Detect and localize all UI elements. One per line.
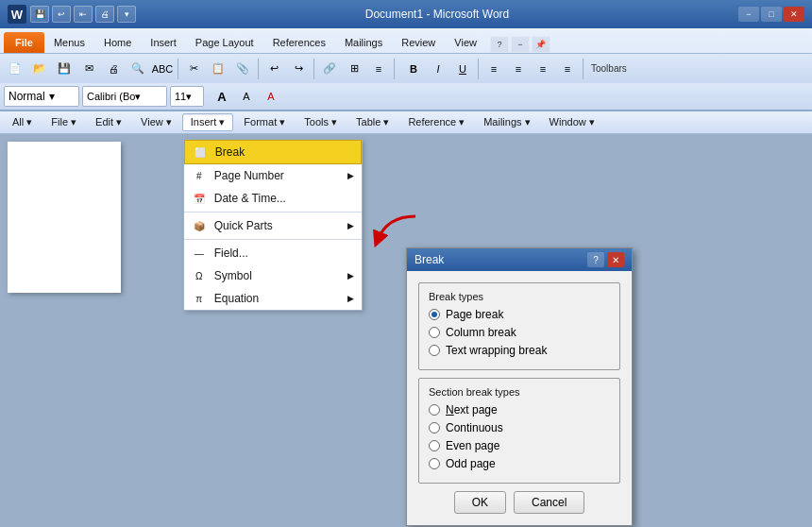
ribbon-pin-btn[interactable]: 📌 (532, 36, 550, 53)
save-qat-btn[interactable]: 💾 (30, 6, 49, 23)
style-dropdown[interactable]: Normal ▾ (4, 86, 79, 107)
menu-item-page-number[interactable]: # Page Number ▶ (184, 164, 362, 187)
title-bar-left: W 💾 ↩ ⇤ 🖨 ▾ (8, 5, 136, 24)
underline-btn[interactable]: U (451, 58, 474, 80)
tab-home[interactable]: Home (94, 32, 141, 53)
radio-page-break[interactable]: Page break (429, 308, 610, 321)
align-right-btn[interactable]: ≡ (532, 58, 554, 80)
align-center-btn[interactable]: ≡ (507, 58, 530, 80)
link-btn[interactable]: 🔗 (318, 58, 341, 80)
section-break-types-label: Section break types (429, 386, 610, 398)
ribbon: File Menus Home Insert Page Layout Refer… (0, 28, 812, 111)
tab-mailings[interactable]: Mailings (335, 32, 392, 53)
tab-references[interactable]: References (263, 32, 335, 53)
radio-column-break[interactable]: Column break (429, 326, 610, 339)
save-btn[interactable]: 💾 (53, 58, 76, 80)
menus-bar: All ▾ File ▾ Edit ▾ View ▾ Insert ▾ ⬜ Br… (0, 111, 812, 134)
date-time-icon: 📅 (192, 191, 207, 206)
tab-view[interactable]: View (445, 32, 486, 53)
tab-menus[interactable]: Menus (44, 32, 94, 53)
menu-all[interactable]: All ▾ (4, 113, 41, 131)
sep1 (178, 59, 178, 79)
menu-window[interactable]: Window ▾ (541, 113, 603, 131)
cut-btn[interactable]: ✂ (182, 58, 205, 80)
menu-item-field[interactable]: — Field... (184, 242, 362, 264)
font-dropdown[interactable]: Calibri (Bo ▾ (82, 86, 167, 107)
undo-btn[interactable]: ↩ (262, 58, 285, 80)
menu-item-quick-parts[interactable]: 📦 Quick Parts ▶ (184, 214, 362, 237)
date-time-label: Date & Time... (214, 192, 286, 205)
size-value: 11 (175, 91, 186, 102)
radio-text-wrapping-break[interactable]: Text wrapping break (429, 344, 610, 357)
print-qat-btn[interactable]: 🖨 (95, 6, 114, 23)
dialog-close-button[interactable]: ✕ (607, 252, 624, 267)
symbol-icon: Ω (192, 268, 207, 283)
undo-qat-btn[interactable]: ↩ (52, 6, 71, 23)
minimize-button[interactable]: − (738, 7, 759, 22)
menu-item-symbol[interactable]: Ω Symbol ▶ (184, 264, 362, 287)
document-page (8, 142, 121, 293)
maximize-button[interactable]: □ (761, 7, 782, 22)
break-dialog: Break ? ✕ Break types Page break Column … (406, 247, 633, 526)
menu-item-equation[interactable]: π Equation ▶ (184, 287, 362, 310)
spell-btn[interactable]: ABC (151, 58, 174, 80)
paste-btn[interactable]: 📎 (231, 58, 254, 80)
radio-continuous-circle (429, 422, 440, 434)
align-left-btn[interactable]: ≡ (482, 58, 505, 80)
menu-view[interactable]: View ▾ (132, 113, 180, 131)
dropdown-qat-btn[interactable]: ▾ (117, 6, 136, 23)
radio-odd-page-circle (429, 458, 440, 469)
menu-edit[interactable]: Edit ▾ (87, 113, 130, 131)
field-label: Field... (214, 246, 248, 260)
ok-button[interactable]: OK (454, 491, 506, 514)
radio-odd-page[interactable]: Odd page (429, 457, 610, 470)
menu-sep-1 (184, 212, 362, 212)
radio-next-page[interactable]: Next page (429, 403, 610, 416)
menu-tools[interactable]: Tools ▾ (296, 113, 346, 131)
radio-continuous[interactable]: Continuous (429, 421, 610, 434)
menu-reference[interactable]: Reference ▾ (399, 113, 473, 131)
ribbon-collapse-btn[interactable]: − (511, 36, 530, 53)
menu-table[interactable]: Table ▾ (347, 113, 398, 131)
print-btn[interactable]: 🖨 (102, 58, 125, 80)
menu-insert[interactable]: Insert ▾ ⬜ Break # Page Number ▶ 📅 Date … (182, 113, 234, 131)
grow-font-btn[interactable]: A (211, 85, 233, 108)
toolbars-label: Toolbars (587, 63, 631, 74)
title-bar: W 💾 ↩ ⇤ 🖨 ▾ Document1 - Microsoft Word −… (0, 0, 812, 28)
font-dropdown-arrow: ▾ (135, 91, 141, 103)
email-btn[interactable]: ✉ (77, 58, 100, 80)
help-btn[interactable]: ? (490, 36, 509, 53)
table-btn[interactable]: ⊞ (343, 58, 365, 80)
bold-btn[interactable]: B (402, 58, 425, 80)
menu-item-date-time[interactable]: 📅 Date & Time... (184, 187, 362, 210)
radio-even-page[interactable]: Even page (429, 439, 610, 452)
italic-btn[interactable]: I (427, 58, 449, 80)
redo-qat-btn[interactable]: ⇤ (74, 6, 93, 23)
cancel-button[interactable]: Cancel (514, 491, 584, 514)
dialog-help-button[interactable]: ? (587, 252, 604, 267)
symbol-arrow: ▶ (347, 271, 354, 280)
page-number-icon: # (192, 168, 207, 183)
tab-page-layout[interactable]: Page Layout (186, 32, 263, 53)
open-btn[interactable]: 📂 (28, 58, 51, 80)
menu-file[interactable]: File ▾ (42, 113, 85, 131)
shrink-font-btn[interactable]: A (235, 85, 258, 108)
copy-btn[interactable]: 📋 (207, 58, 229, 80)
columns-btn[interactable]: ≡ (367, 58, 390, 80)
sep2 (258, 59, 259, 79)
print-preview-btn[interactable]: 🔍 (127, 58, 149, 80)
menu-format[interactable]: Format ▾ (235, 113, 294, 131)
menu-mailings[interactable]: Mailings ▾ (475, 113, 538, 131)
justify-btn[interactable]: ≡ (556, 58, 579, 80)
redo-btn[interactable]: ↪ (287, 58, 310, 80)
sep6 (583, 59, 584, 79)
close-button[interactable]: ✕ (784, 7, 804, 22)
size-dropdown-arrow: ▾ (186, 91, 192, 103)
tab-insert[interactable]: Insert (141, 32, 186, 53)
new-btn[interactable]: 📄 (4, 58, 26, 80)
menu-item-break[interactable]: ⬜ Break (184, 140, 362, 164)
tab-file[interactable]: File (4, 32, 44, 53)
size-dropdown[interactable]: 11 ▾ (170, 86, 204, 107)
tab-review[interactable]: Review (392, 32, 445, 53)
font-color-btn[interactable]: A (260, 85, 282, 108)
